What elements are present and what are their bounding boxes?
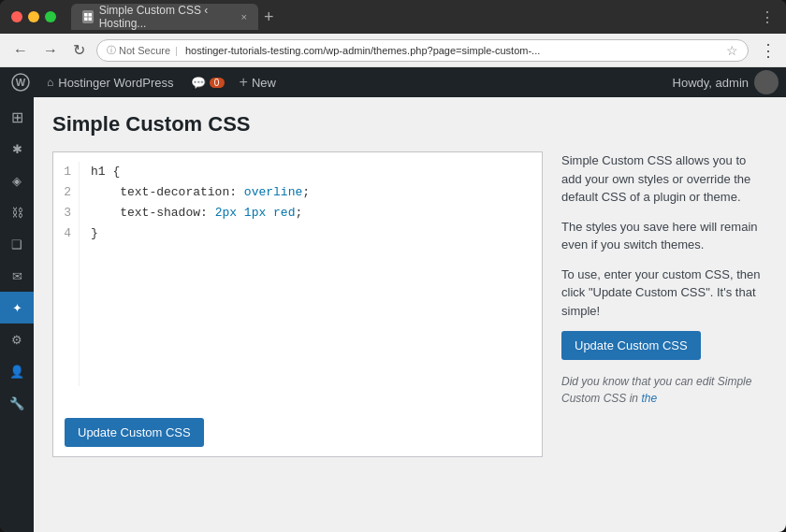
content-layout: 1 2 3 4 h1 { text-decoration: overline; … [52, 151, 767, 457]
code-line-3: text-shadow: 2px 1px red; [91, 203, 310, 223]
sidebar-item-tools[interactable]: 🔧 [0, 387, 34, 419]
nav-bar: ← → ↻ ⓘ Not Secure | hostinger-tutorials… [0, 34, 786, 67]
wordpress-admin: W ⌂ Hostinger WordPress 💬 0 + New Howdy,… [0, 67, 786, 532]
sidebar-item-plugins[interactable]: ⚙ [0, 324, 34, 355]
bookmark-icon[interactable]: ☆ [726, 43, 738, 58]
site-name-label: Hostinger WordPress [58, 76, 173, 90]
info-paragraph-2: The styles you save here will remain eve… [561, 218, 767, 254]
code-line-1: h1 { [91, 162, 310, 182]
line-num-1: 1 [61, 162, 71, 182]
line-num-3: 3 [61, 203, 71, 223]
howdy-label: Howdy, admin [673, 76, 749, 90]
back-button[interactable]: ← [9, 40, 32, 61]
close-button[interactable] [11, 11, 22, 22]
tab-close-button[interactable]: × [241, 11, 247, 22]
not-secure-label: Not Secure [119, 45, 170, 56]
active-tab[interactable]: Simple Custom CSS ‹ Hosting... × [71, 4, 258, 30]
dashboard-icon: ⊞ [11, 108, 23, 126]
update-css-button-bottom[interactable]: Update Custom CSS [65, 418, 204, 447]
tools-icon: 🔧 [9, 396, 24, 410]
traffic-lights [11, 11, 56, 22]
not-secure-indicator: ⓘ Not Secure | [107, 44, 180, 57]
wp-sidebar: ⊞ ✱ ◈ ⛓ ❑ ✉ ✦ [0, 97, 34, 532]
tab-area: Simple Custom CSS ‹ Hosting... × + [71, 4, 752, 30]
sidebar-item-appearance[interactable]: ✦ [0, 292, 34, 324]
comments-icon: ✉ [12, 269, 22, 283]
wp-content: Simple Custom CSS 1 2 3 4 h1 { [34, 97, 786, 532]
forward-button[interactable]: → [39, 40, 62, 61]
minimize-button[interactable] [28, 11, 39, 22]
bottom-btn-area: Update Custom CSS [53, 409, 542, 456]
svg-rect-1 [88, 13, 92, 17]
comment-icon: 💬 [191, 76, 206, 90]
wp-logo[interactable]: W [7, 69, 34, 95]
new-label: New [252, 76, 276, 90]
code-editor[interactable]: 1 2 3 4 h1 { text-decoration: overline; … [53, 152, 542, 395]
browser-options-icon[interactable]: ⋮ [760, 40, 777, 61]
code-line-4: } [91, 223, 310, 244]
code-content: h1 { text-decoration: overline; text-sha… [80, 162, 321, 386]
title-bar: Simple Custom CSS ‹ Hosting... × + ⋮ [0, 0, 786, 34]
site-name[interactable]: ⌂ Hostinger WordPress [37, 76, 183, 90]
line-num-4: 4 [61, 223, 71, 244]
url-text: hostinger-tutorials-testing.com/wp-admin… [185, 45, 720, 56]
lock-icon: ⓘ [107, 44, 116, 57]
page-title: Simple Custom CSS [52, 112, 767, 137]
wp-main: ⊞ ✱ ◈ ⛓ ❑ ✉ ✦ [0, 97, 786, 532]
code-line-2: text-decoration: overline; [91, 182, 310, 203]
comment-count: 0 [210, 78, 225, 88]
browser-window: Simple Custom CSS ‹ Hosting... × + ⋮ ← →… [0, 0, 786, 532]
browser-menu-icon[interactable]: ⋮ [760, 8, 775, 26]
info-paragraph-3: To use, enter your custom CSS, then clic… [561, 266, 767, 321]
reload-button[interactable]: ↻ [69, 39, 89, 61]
svg-rect-2 [84, 18, 88, 22]
maximize-button[interactable] [45, 11, 56, 22]
pages-icon: ❑ [11, 237, 22, 252]
sidebar-item-comments[interactable]: ✉ [0, 260, 34, 292]
sidebar-item-dashboard[interactable]: ⊞ [0, 101, 34, 133]
plus-icon: + [240, 74, 248, 91]
line-num-2: 2 [61, 182, 71, 203]
bottom-note-link[interactable]: the [641, 392, 657, 405]
comments-bar-item[interactable]: 💬 0 [183, 76, 232, 90]
sidebar-item-pages[interactable]: ❑ [0, 228, 34, 260]
sidebar-item-media[interactable]: ◈ [0, 165, 34, 196]
tab-favicon [82, 10, 94, 23]
plugins-icon: ⚙ [11, 333, 22, 347]
code-editor-wrap: 1 2 3 4 h1 { text-decoration: overline; … [52, 151, 543, 457]
home-icon: ⌂ [47, 76, 53, 89]
sidebar-item-links[interactable]: ⛓ [0, 196, 34, 228]
svg-rect-0 [84, 13, 88, 17]
links-icon: ⛓ [11, 206, 23, 220]
info-paragraph-1: Simple Custom CSS allows you to add your… [561, 151, 767, 207]
update-css-button[interactable]: Update Custom CSS [561, 331, 701, 360]
bottom-note: Did you know that you can edit Simple Cu… [561, 373, 767, 407]
sidebar-item-posts[interactable]: ✱ [0, 133, 34, 165]
new-bar-item[interactable]: + New [232, 74, 284, 91]
svg-rect-3 [88, 18, 92, 22]
new-tab-button[interactable]: + [264, 7, 274, 27]
svg-text:W: W [16, 77, 26, 88]
user-avatar [754, 70, 779, 94]
user-menu[interactable]: Howdy, admin [673, 70, 779, 94]
separator: | [175, 45, 178, 56]
appearance-icon: ✦ [12, 301, 22, 315]
media-icon: ◈ [12, 174, 22, 188]
line-numbers: 1 2 3 4 [53, 162, 80, 386]
address-bar[interactable]: ⓘ Not Secure | hostinger-tutorials-testi… [96, 39, 749, 62]
tab-title: Simple Custom CSS ‹ Hosting... [99, 4, 232, 30]
info-panel: Simple Custom CSS allows you to add your… [561, 151, 767, 457]
sidebar-item-users[interactable]: 👤 [0, 355, 34, 387]
posts-icon: ✱ [12, 142, 22, 156]
users-icon: 👤 [9, 365, 24, 379]
wp-admin-bar: W ⌂ Hostinger WordPress 💬 0 + New Howdy,… [0, 67, 786, 97]
